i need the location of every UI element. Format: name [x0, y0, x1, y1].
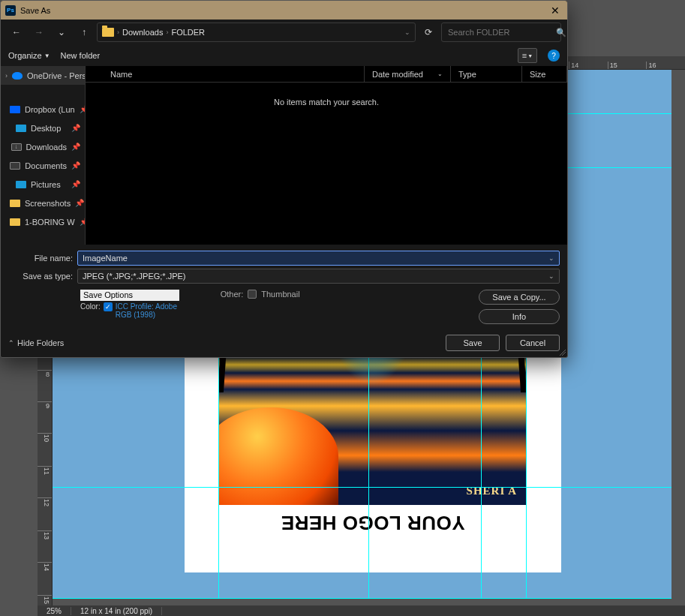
- address-bar[interactable]: › Downloads › FOLDER ⌄: [97, 23, 416, 42]
- logo-placeholder-text[interactable]: YOUR LOGO HERE: [185, 511, 561, 534]
- icc-profile-checkbox[interactable]: ✓: [104, 302, 113, 311]
- saveastype-label: Save as type:: [8, 272, 73, 281]
- close-icon[interactable]: ✕: [548, 5, 563, 17]
- dialog-title: Save As: [20, 6, 50, 15]
- sidebar-item-dropbox[interactable]: Dropbox (Lun📌: [1, 100, 85, 119]
- sidebar-item-pictures[interactable]: Pictures📌: [1, 175, 85, 194]
- saveastype-combo[interactable]: JPEG (*.JPG;*.JPEG;*.JPE) ⌄: [77, 269, 560, 284]
- status-bar: 25% 12 in x 14 in (200 ppi): [38, 605, 685, 616]
- resize-grip-icon[interactable]: [558, 348, 566, 356]
- up-button[interactable]: ↑: [74, 23, 94, 42]
- search-box[interactable]: 🔍: [441, 23, 561, 42]
- chevron-right-icon[interactable]: ›: [117, 29, 119, 36]
- folder-icon: [102, 28, 114, 37]
- guide-horizontal[interactable]: [53, 598, 671, 599]
- save-options-heading: Save Options: [80, 290, 179, 301]
- pin-icon[interactable]: 📌: [80, 218, 85, 226]
- sort-desc-icon: ⌄: [437, 71, 443, 77]
- sidebar-item-screenshots[interactable]: Screenshots📌: [1, 194, 85, 212]
- pin-icon[interactable]: 📌: [71, 180, 80, 188]
- sidebar-item-boring[interactable]: 1-BORING W📌: [1, 212, 85, 231]
- save-as-dialog: Ps Save As ✕ ← → ⌄ ↑ › Downloads › FOLDE…: [0, 0, 568, 358]
- chevron-down-icon: ▼: [44, 53, 50, 59]
- sidebar-item-downloads[interactable]: Downloads📌: [1, 137, 85, 156]
- cancel-button[interactable]: Cancel: [506, 335, 560, 351]
- recent-locations-button[interactable]: ⌄: [52, 23, 71, 42]
- documents-icon: [10, 162, 20, 170]
- column-date[interactable]: Date modified⌄: [365, 66, 451, 82]
- sidebar-item-desktop[interactable]: Desktop📌: [1, 119, 85, 137]
- file-list-pane[interactable]: Name Date modified⌄ Type Size No items m…: [85, 66, 567, 245]
- save-a-copy-button[interactable]: Save a Copy...: [479, 290, 560, 305]
- refresh-button[interactable]: ⟳: [419, 23, 438, 42]
- forward-button[interactable]: →: [29, 23, 49, 42]
- column-headers: Name Date modified⌄ Type Size: [86, 66, 567, 83]
- sidebar: ›OneDrive - Perso Dropbox (Lun📌 Desktop📌…: [1, 66, 85, 245]
- help-button[interactable]: ?: [548, 50, 560, 62]
- chevron-down-icon[interactable]: ⌄: [404, 29, 410, 36]
- pin-icon[interactable]: 📌: [71, 124, 80, 132]
- dropbox-icon: [10, 106, 20, 113]
- folder-icon: [10, 218, 20, 226]
- hide-folders-button[interactable]: ⌃Hide Folders: [8, 338, 64, 347]
- guide-horizontal[interactable]: [53, 487, 671, 488]
- color-label: Color:: [80, 302, 101, 311]
- chevron-up-icon: ⌃: [8, 339, 14, 347]
- new-folder-button[interactable]: New folder: [61, 51, 101, 60]
- filename-combo[interactable]: ⌄: [77, 251, 560, 266]
- other-label: Other:: [221, 290, 244, 299]
- chevron-right-icon[interactable]: ›: [166, 29, 168, 36]
- info-button[interactable]: Info: [479, 309, 560, 324]
- bush-icon: [218, 407, 338, 505]
- cloud-icon: [12, 72, 23, 80]
- filename-label: File name:: [8, 254, 73, 263]
- zoom-level[interactable]: 25%: [38, 607, 71, 615]
- chevron-down-icon[interactable]: ⌄: [548, 254, 554, 262]
- thumbnail-checkbox[interactable]: [248, 290, 257, 299]
- column-type[interactable]: Type: [451, 66, 522, 82]
- save-options-area: File name: ⌄ Save as type: JPEG (*.JPG;*…: [1, 245, 567, 329]
- sidebar-item-documents[interactable]: Documents📌: [1, 156, 85, 175]
- back-button[interactable]: ←: [7, 23, 26, 42]
- pin-icon[interactable]: 📌: [71, 143, 80, 151]
- column-name[interactable]: Name: [86, 66, 365, 82]
- dialog-footer: ⌃Hide Folders Save Cancel: [1, 329, 567, 357]
- save-button[interactable]: Save: [446, 335, 500, 351]
- search-icon[interactable]: 🔍: [556, 28, 566, 38]
- downloads-icon: [11, 143, 22, 151]
- chevron-right-icon[interactable]: ›: [5, 72, 8, 80]
- dialog-toolbar: Organize ▼ New folder ≡ ▼ ?: [1, 45, 567, 66]
- pin-icon[interactable]: 📌: [80, 105, 85, 113]
- view-options-button[interactable]: ≡ ▼: [518, 48, 537, 63]
- search-input[interactable]: [448, 28, 551, 37]
- pin-icon[interactable]: 📌: [71, 161, 80, 170]
- filename-input[interactable]: [83, 254, 548, 263]
- organize-button[interactable]: Organize ▼: [8, 51, 50, 60]
- folder-icon: [10, 200, 20, 207]
- breadcrumb-downloads[interactable]: Downloads: [122, 28, 163, 37]
- icc-profile-link[interactable]: ICC Profile: Adobe RGB (1998): [116, 302, 191, 319]
- pictures-icon: [16, 181, 26, 188]
- thumbnail-label: Thumbnail: [261, 290, 299, 299]
- breadcrumb-folder[interactable]: FOLDER: [171, 28, 205, 37]
- desktop-icon: [16, 125, 26, 132]
- saveastype-value: JPEG (*.JPG;*.JPEG;*.JPE): [83, 272, 548, 281]
- nav-row: ← → ⌄ ↑ › Downloads › FOLDER ⌄ ⟳ 🔍: [1, 20, 567, 45]
- document-info[interactable]: 12 in x 14 in (200 ppi): [71, 607, 162, 615]
- titlebar[interactable]: Ps Save As ✕: [1, 1, 567, 20]
- empty-message: No items match your search.: [86, 83, 567, 107]
- chevron-down-icon[interactable]: ⌄: [548, 272, 554, 280]
- column-size[interactable]: Size: [522, 66, 567, 82]
- pin-icon[interactable]: 📌: [75, 199, 84, 207]
- photoshop-icon: Ps: [5, 5, 16, 16]
- sidebar-item-onedrive[interactable]: ›OneDrive - Perso: [1, 66, 85, 85]
